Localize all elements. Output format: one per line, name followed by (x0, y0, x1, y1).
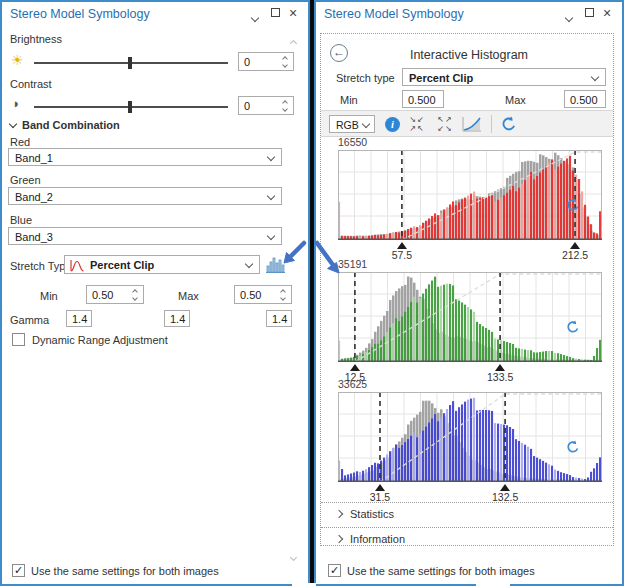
min-input[interactable]: 0.500 (402, 90, 444, 108)
max-label: Max (178, 290, 199, 302)
red-band-label: Red (10, 136, 30, 148)
green-histogram-ymax: 35191 (338, 258, 367, 270)
max-input[interactable]: 0.500 (564, 90, 606, 108)
gamma-input-red[interactable]: 1.4 (66, 310, 92, 327)
band-combination-header[interactable]: Band Combination (10, 119, 120, 131)
histogram-marker-left[interactable] (397, 242, 407, 249)
titlebar: Stereo Model Symbology × (316, 2, 622, 26)
section-divider (321, 527, 613, 528)
brightness-sun-icon: ☀ (11, 52, 24, 68)
red-histogram-axis: 57.5212.5 (338, 242, 602, 262)
panel-menu-chevron-icon[interactable] (248, 10, 262, 24)
contrast-spinner[interactable] (279, 97, 291, 114)
expand-extent-icon[interactable]: ↖↗ ↙↘ (434, 115, 456, 135)
contrast-label: Contrast (10, 78, 52, 90)
collapse-extent-icon[interactable]: ↘↙ ↗↖ (406, 115, 428, 135)
close-icon[interactable]: × (600, 6, 614, 20)
brightness-slider-handle[interactable] (128, 57, 132, 69)
contrast-input[interactable]: 0 (238, 96, 294, 115)
green-band-label: Green (10, 174, 41, 186)
contrast-slider-handle[interactable] (128, 101, 132, 113)
histogram-marker-right[interactable] (500, 484, 510, 491)
stretch-type-label: Stretch type (336, 72, 395, 84)
green-band-select[interactable]: Band_2 (8, 187, 282, 205)
panel-title: Stereo Model Symbology (324, 7, 464, 21)
symbology-panel-left: Stereo Model Symbology × Brightness ☀ 0 … (0, 0, 310, 586)
red-histogram-ymax: 16550 (338, 136, 367, 148)
gamma-input-green[interactable]: 1.4 (164, 310, 190, 327)
min-label: Min (40, 290, 58, 302)
statistics-section-header[interactable]: Statistics (336, 508, 394, 520)
stretch-type-select[interactable]: Percent Clip (402, 68, 606, 86)
histogram-marker-right[interactable] (495, 364, 505, 371)
panel-menu-chevron-icon[interactable] (562, 10, 576, 24)
stretch-type-label: Stretch Type (10, 260, 72, 272)
histogram-marker-left[interactable] (350, 364, 360, 371)
information-section-header[interactable]: Information (336, 533, 405, 545)
information-expand-icon (335, 535, 343, 543)
red-histogram-plot[interactable] (338, 150, 602, 240)
scrollbar-up-icon[interactable] (291, 32, 296, 50)
cumulative-curve-icon[interactable] (462, 116, 482, 132)
section-divider (321, 502, 613, 503)
brightness-spinner[interactable] (279, 53, 291, 70)
max-spinner[interactable] (277, 286, 289, 303)
red-band-select[interactable]: Band_1 (8, 148, 282, 166)
blue-histogram-ymax: 33625 (338, 378, 367, 390)
dra-checkbox[interactable]: ✓ (12, 333, 25, 346)
dra-label: Dynamic Range Adjustment (32, 334, 168, 346)
min-label: Min (340, 94, 358, 106)
min-spinner[interactable] (129, 286, 141, 303)
blue-band-select[interactable]: Band_3 (8, 227, 282, 245)
blue-band-label: Blue (10, 214, 32, 226)
percent-clip-curve-icon (69, 259, 85, 272)
blue-histogram-axis: 31.5132.5 (338, 484, 602, 504)
stretch-type-select[interactable]: Percent Clip (64, 255, 260, 274)
interactive-histogram-button[interactable] (265, 254, 287, 275)
panel-title: Stereo Model Symbology (10, 7, 150, 21)
gamma-input-blue[interactable]: 1.4 (266, 310, 292, 327)
interactive-histogram-title: Interactive Histogram (316, 48, 622, 62)
maximize-icon[interactable] (268, 6, 282, 20)
statistics-expand-icon (335, 510, 343, 518)
histogram-marker-right-label: 212.5 (562, 249, 588, 261)
green-histogram-plot[interactable] (338, 272, 602, 362)
histogram-marker-right[interactable] (570, 242, 580, 249)
same-settings-checkbox[interactable]: ✓ (328, 564, 341, 577)
toolbar-separator (491, 115, 492, 133)
symbology-panel-right: Stereo Model Symbology × ← Interactive H… (314, 0, 624, 586)
histogram-bars-icon (266, 255, 286, 274)
info-icon[interactable]: i (385, 117, 400, 132)
same-settings-label: Use the same settings for both images (31, 565, 219, 577)
reset-stretch-icon[interactable] (501, 116, 517, 132)
brightness-label: Brightness (10, 33, 62, 45)
titlebar: Stereo Model Symbology × (2, 2, 308, 26)
band-selector-dropdown[interactable]: RGB (329, 115, 375, 133)
close-icon[interactable]: × (286, 6, 300, 20)
maximize-icon[interactable] (582, 6, 596, 20)
min-input[interactable]: 0.50 (86, 285, 144, 304)
histogram-marker-left-label: 57.5 (392, 249, 412, 261)
max-label: Max (505, 94, 526, 106)
screenshot-root: { "icons": { "sun": "☀", "contrast": "◑"… (0, 0, 624, 586)
same-settings-checkbox[interactable]: ✓ (12, 564, 25, 577)
histogram-marker-right-label: 133.5 (487, 371, 513, 383)
green-histogram-axis: 12.5133.5 (338, 364, 602, 384)
blue-histogram-plot[interactable] (338, 392, 602, 482)
max-input[interactable]: 0.50 (234, 285, 292, 304)
histogram-marker-left[interactable] (375, 484, 385, 491)
same-settings-label: Use the same settings for both images (347, 565, 535, 577)
brightness-input[interactable]: 0 (238, 52, 294, 71)
scrollbar-down-icon[interactable] (291, 546, 296, 564)
histogram-toolbar: RGB i ↘↙ ↗↖ ↖↗ ↙↘ (321, 110, 613, 137)
contrast-icon: ◑ (11, 96, 19, 111)
gamma-label: Gamma (10, 314, 49, 326)
